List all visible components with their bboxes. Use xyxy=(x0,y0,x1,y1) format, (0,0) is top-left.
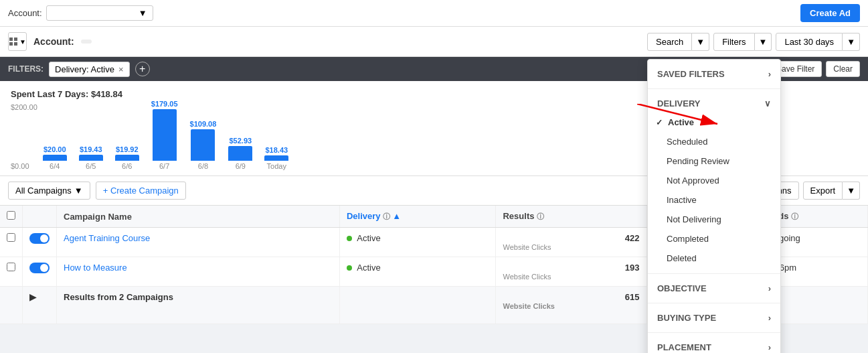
top-account-dropdown[interactable]: ▼ xyxy=(46,5,153,21)
filters-button[interactable]: Filters xyxy=(713,33,754,51)
export-button[interactable]: Export xyxy=(803,182,843,200)
y-label-top: $200.00 xyxy=(11,103,37,111)
th-checkbox xyxy=(0,206,23,228)
filters-dropdown: SAVED FILTERS › DELIVERY ∨ ✓ Active Sche… xyxy=(647,59,781,324)
remove-filter-icon[interactable]: × xyxy=(118,64,124,74)
delivery-inactive-item[interactable]: Inactive xyxy=(648,190,780,210)
buying-type-header[interactable]: BUYING TYPE › xyxy=(648,309,780,324)
row-delivery-cell: Active xyxy=(339,228,496,257)
bar-value: $109.08 xyxy=(190,120,217,128)
sub-account-label: Account: xyxy=(33,36,74,47)
bar-label: 6/5 xyxy=(86,162,96,170)
bar-rect xyxy=(264,155,288,161)
search-button[interactable]: Search xyxy=(647,33,692,51)
sub-header: ▼ Account: Search ▼ Filters ▼ Last 30 da… xyxy=(0,27,868,57)
create-campaign-button[interactable]: + Create Campaign xyxy=(96,182,186,200)
ends-info-icon[interactable]: ⓘ xyxy=(791,212,798,220)
delivery-pending-label: Pending Review xyxy=(667,156,729,166)
delivery-section: DELIVERY ∨ ✓ Active Scheduled Pending Re… xyxy=(648,89,780,274)
chevron-down-icon: ▼ xyxy=(847,37,855,47)
add-filter-button[interactable]: + xyxy=(135,62,150,76)
bar-value: $19.43 xyxy=(80,145,102,153)
bar-label: Today xyxy=(267,162,286,170)
bar-col: $19.926/6 xyxy=(115,145,139,170)
delivery-deleted-item[interactable]: Deleted xyxy=(648,249,780,268)
filter-tag-text: Delivery: Active xyxy=(55,64,114,74)
summary-delivery-cell xyxy=(339,287,496,324)
delivery-header[interactable]: DELIVERY ∨ xyxy=(648,94,780,113)
status-dot-icon xyxy=(347,265,352,271)
top-account-label: Account: xyxy=(8,8,42,18)
create-ad-button[interactable]: Create Ad xyxy=(800,4,860,22)
active-filter-tag[interactable]: Delivery: Active × xyxy=(49,62,129,77)
delivery-completed-item[interactable]: Completed xyxy=(648,229,780,249)
summary-label: Results from 2 Campaigns xyxy=(64,292,173,302)
delivery-label: DELIVERY xyxy=(657,98,701,109)
th-results-label: Results xyxy=(503,211,534,221)
svg-rect-2 xyxy=(9,42,13,46)
bar-col: $52.936/9 xyxy=(228,137,252,170)
th-campaign-name: Campaign Name xyxy=(57,206,340,228)
objective-header[interactable]: OBJECTIVE › xyxy=(648,279,780,297)
results-type: Website Clicks xyxy=(503,273,639,281)
bar-col: $109.086/8 xyxy=(190,120,217,170)
results-info-icon[interactable]: ⓘ xyxy=(537,212,544,220)
bar-rect xyxy=(191,129,215,161)
delivery-status: Active xyxy=(357,263,380,273)
chevron-down-icon: ▼ xyxy=(847,186,855,196)
table-view-icon[interactable]: ▼ xyxy=(8,32,27,51)
date-range-button[interactable]: Last 30 days xyxy=(776,33,843,51)
sort-up-icon: ▲ xyxy=(392,211,401,221)
chevron-right-icon: › xyxy=(768,313,771,323)
campaign-name-link[interactable]: Agent Training Course xyxy=(64,233,150,243)
chevron-right-icon: › xyxy=(768,69,771,79)
delivery-not-approved-item[interactable]: Not Approved xyxy=(648,171,780,190)
results-number: 422 xyxy=(503,233,639,243)
saved-filters-section: SAVED FILTERS › xyxy=(648,60,780,89)
th-delivery-label: Delivery xyxy=(347,211,381,221)
chevron-right-icon: › xyxy=(768,283,771,293)
objective-label: OBJECTIVE xyxy=(657,283,707,293)
summary-results-number: 615 xyxy=(503,292,639,302)
results-number: 193 xyxy=(503,263,639,273)
th-results: Results ⓘ xyxy=(496,206,646,228)
delivery-active-item[interactable]: ✓ Active xyxy=(648,113,780,132)
row-checkbox[interactable] xyxy=(7,263,15,271)
chevron-down-icon: ▼ xyxy=(696,37,705,47)
date-button-group: Last 30 days ▼ xyxy=(776,33,860,51)
filters-caret-button[interactable]: ▼ xyxy=(755,33,772,51)
account-select-wrap: Account: ▼ xyxy=(8,5,153,21)
filters-button-group: Filters ▼ xyxy=(713,33,772,51)
search-button-group: Search ▼ xyxy=(647,33,709,51)
delivery-pending-item[interactable]: Pending Review xyxy=(648,151,780,171)
expand-icon[interactable]: ▶ xyxy=(29,292,36,302)
saved-filters-header[interactable]: SAVED FILTERS › xyxy=(648,65,780,83)
campaign-name-link[interactable]: How to Measure xyxy=(64,263,127,273)
row-results-cell: 193 Website Clicks xyxy=(496,257,646,287)
y-axis: $200.00 $0.00 xyxy=(11,103,37,170)
campaign-toggle[interactable] xyxy=(29,233,50,244)
clear-filter-button[interactable]: Clear xyxy=(826,61,860,77)
date-range-caret-button[interactable]: ▼ xyxy=(843,33,860,51)
summary-name-cell: Results from 2 Campaigns xyxy=(57,287,340,324)
delivery-not-delivering-item[interactable]: Not Delivering xyxy=(648,210,780,229)
bar-rect xyxy=(153,109,177,161)
row-name-cell: Agent Training Course xyxy=(57,228,340,257)
campaign-toggle[interactable] xyxy=(29,263,50,273)
select-all-checkbox[interactable] xyxy=(7,211,15,220)
export-button-group: Export ▼ xyxy=(803,182,860,200)
summary-results-type: Website Clicks xyxy=(503,302,639,310)
bar-rect xyxy=(115,155,139,161)
search-caret-button[interactable]: ▼ xyxy=(692,33,709,51)
all-campaigns-button[interactable]: All Campaigns ▼ xyxy=(8,182,90,200)
delivery-scheduled-item[interactable]: Scheduled xyxy=(648,132,780,151)
chevron-down-icon: ▼ xyxy=(139,8,147,18)
delivery-not-approved-label: Not Approved xyxy=(667,175,719,186)
row-checkbox[interactable] xyxy=(7,233,15,242)
checkmark-icon: ✓ xyxy=(656,118,663,127)
export-caret-button[interactable]: ▼ xyxy=(843,182,860,200)
th-delivery[interactable]: Delivery ⓘ ▲ xyxy=(339,206,496,228)
toolbar-left: All Campaigns ▼ + Create Campaign xyxy=(8,182,186,200)
sub-account-value xyxy=(81,40,92,44)
delivery-info-icon[interactable]: ⓘ xyxy=(383,212,390,220)
